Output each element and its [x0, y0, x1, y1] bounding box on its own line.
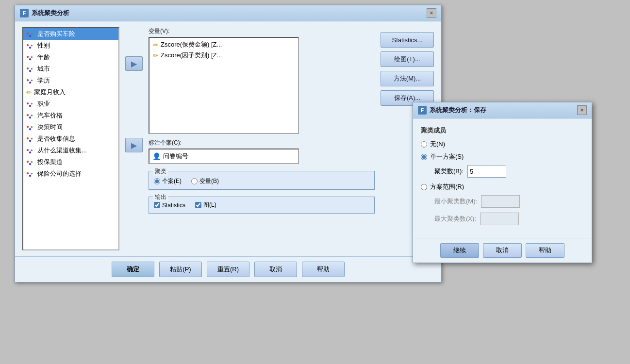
range-radio[interactable]: [421, 184, 427, 190]
plot-check-label[interactable]: 图(L): [195, 201, 216, 209]
var-pencil-icon: ✏: [153, 41, 158, 49]
help-button[interactable]: 帮助: [302, 262, 345, 277]
selected-variable-list[interactable]: ✏ Zscore(保费金额) [Z...✏ Zscore(因子类别) [Z...: [149, 37, 299, 134]
cluster-group-title: 聚类: [153, 167, 168, 176]
list-item-label: 家庭月收入: [34, 88, 66, 97]
main-dialog-close-button[interactable]: ×: [427, 8, 436, 18]
plot-checkbox[interactable]: [195, 202, 201, 208]
list-item[interactable]: ● ● ● 城市: [23, 63, 118, 75]
variable-list[interactable]: ● ● ● 是否购买车险 ● ● ● 性别 ● ● ● 年龄 ● ● ● 城市 …: [22, 27, 119, 250]
case-label-box: 👤 问卷编号: [149, 149, 299, 164]
list-item-label: 性别: [37, 41, 50, 50]
variable-section: 变量(V): ✏ Zscore(保费金额) [Z...✏ Zscore(因子类别…: [149, 27, 375, 134]
paste-button[interactable]: 粘贴(P): [159, 262, 202, 277]
list-item-label: 年龄: [37, 53, 50, 62]
sub-dialog-body: 聚类成员 无(N) 单一方案(S) 聚类数(B): 方案范围(R) 最小聚类数(…: [413, 118, 592, 238]
cluster-count-label: 聚类数(B):: [434, 167, 464, 176]
output-group-title: 输出: [153, 193, 168, 201]
move-to-case-button[interactable]: ▶: [125, 138, 143, 152]
list-item[interactable]: ● ● ● 决策时间: [23, 121, 118, 133]
balls-icon: ● ● ●: [26, 159, 35, 165]
balls-icon: ● ● ●: [26, 135, 35, 142]
list-item[interactable]: ● ● ● 投保渠道: [23, 156, 118, 168]
range-radio-option[interactable]: 方案范围(R): [421, 182, 584, 191]
cluster-group: 聚类 个案(E) 变量(B): [149, 171, 375, 190]
list-item[interactable]: ● ● ● 汽车价格: [23, 110, 118, 121]
plot-label: 图(L): [203, 201, 216, 209]
var-pencil-icon: ✏: [153, 52, 158, 59]
list-item-label: 职业: [37, 99, 50, 108]
cluster-variable-radio[interactable]: 变量(B): [191, 177, 219, 185]
list-item-label: 是否购买车险: [37, 30, 75, 38]
sub-dialog-close-button[interactable]: ×: [577, 105, 587, 115]
app-icon: F: [20, 9, 29, 17]
list-item-label: 投保渠道: [37, 158, 63, 166]
method-button[interactable]: 方法(M)...: [381, 71, 434, 86]
balls-icon: ● ● ●: [26, 112, 35, 119]
pencil-icon: ✏: [26, 89, 32, 96]
cluster-count-input[interactable]: [467, 165, 506, 178]
max-cluster-input: [480, 213, 519, 225]
sub-dialog-title-text: 系统聚类分析：保存: [430, 106, 486, 115]
move-to-variable-button[interactable]: ▶: [125, 56, 143, 71]
single-radio[interactable]: [421, 154, 427, 160]
list-item[interactable]: ● ● ● 年龄: [23, 51, 118, 63]
statistics-label: Statistics: [162, 202, 185, 209]
single-radio-option[interactable]: 单一方案(S): [421, 152, 584, 161]
arrow-right-icon-2: ▶: [131, 141, 137, 150]
list-item-label: 城市: [37, 65, 50, 73]
case-value: 问卷编号: [163, 152, 188, 161]
continue-button[interactable]: 继续: [440, 243, 479, 258]
list-item-label: 是否收集信息: [37, 134, 75, 143]
list-item[interactable]: ● ● ● 学历: [23, 75, 118, 86]
case-label: 标注个案(C):: [149, 139, 375, 147]
main-dialog-title: F 系统聚类分析: [20, 9, 69, 17]
sub-cancel-button[interactable]: 取消: [483, 243, 522, 258]
list-item[interactable]: ✏家庭月收入: [23, 86, 118, 98]
reset-button[interactable]: 重置(R): [207, 262, 249, 277]
arrow-panel: ▶ ▶: [125, 27, 143, 250]
plot-button[interactable]: 绘图(T)...: [381, 51, 434, 67]
sub-dialog-titlebar: F 系统聚类分析：保存 ×: [413, 102, 592, 118]
var-item[interactable]: ✏ Zscore(因子类别) [Z...: [151, 50, 297, 61]
max-cluster-row: 最大聚类数(X):: [434, 213, 584, 225]
main-dialog-titlebar: F 系统聚类分析 ×: [15, 5, 441, 21]
main-dialog-footer: 确定 粘贴(P) 重置(R) 取消 帮助: [15, 256, 441, 282]
list-item-label: 汽车价格: [37, 111, 63, 120]
statistics-button[interactable]: Statistics...: [381, 32, 434, 48]
statistics-checkbox[interactable]: [154, 202, 160, 208]
middle-panel: 变量(V): ✏ Zscore(保费金额) [Z...✏ Zscore(因子类别…: [149, 27, 375, 250]
balls-icon: ● ● ●: [26, 147, 35, 154]
main-dialog-body: ● ● ● 是否购买车险 ● ● ● 性别 ● ● ● 年龄 ● ● ● 城市 …: [15, 21, 441, 256]
sub-help-button[interactable]: 帮助: [526, 243, 564, 258]
list-item[interactable]: ● ● ● 是否购买车险: [23, 28, 118, 40]
list-item[interactable]: ● ● ● 职业: [23, 98, 118, 110]
balls-icon: ● ● ●: [26, 66, 35, 72]
cluster-radio-row: 个案(E) 变量(B): [154, 177, 369, 185]
arrow-right-icon: ▶: [131, 59, 137, 68]
list-item[interactable]: ● ● ● 性别: [23, 40, 118, 51]
list-item[interactable]: ● ● ● 从什么渠道收集...: [23, 145, 118, 156]
list-item[interactable]: ● ● ● 是否收集信息: [23, 133, 118, 145]
case-icon: 👤: [152, 152, 161, 160]
balls-icon: ● ● ●: [26, 42, 35, 49]
cluster-variable-label: 变量(B): [199, 177, 219, 185]
cancel-button[interactable]: 取消: [254, 262, 297, 277]
cluster-case-label: 个案(E): [162, 177, 182, 185]
output-checkbox-row: Statistics 图(L): [154, 201, 369, 209]
list-item[interactable]: ● ● ● 保险公司的选择: [23, 168, 118, 180]
sub-dialog-footer: 继续 取消 帮助: [413, 238, 592, 263]
cluster-case-radio[interactable]: 个案(E): [154, 177, 182, 185]
ok-button[interactable]: 确定: [112, 262, 154, 277]
main-dialog: F 系统聚类分析 × ● ● ● 是否购买车险 ● ● ● 性别 ● ● ● 年…: [15, 5, 442, 282]
none-radio-option[interactable]: 无(N): [421, 140, 584, 149]
min-cluster-row: 最小聚类数(M):: [434, 195, 584, 208]
statistics-check-label[interactable]: Statistics: [154, 202, 185, 209]
output-group: 输出 Statistics 图(L): [149, 197, 375, 214]
single-label: 单一方案(S): [430, 152, 464, 161]
var-item[interactable]: ✏ Zscore(保费金额) [Z...: [151, 39, 297, 50]
sub-app-icon: F: [418, 106, 427, 115]
main-dialog-title-text: 系统聚类分析: [32, 9, 69, 17]
none-radio[interactable]: [421, 141, 427, 148]
list-item-label: 决策时间: [37, 123, 63, 132]
